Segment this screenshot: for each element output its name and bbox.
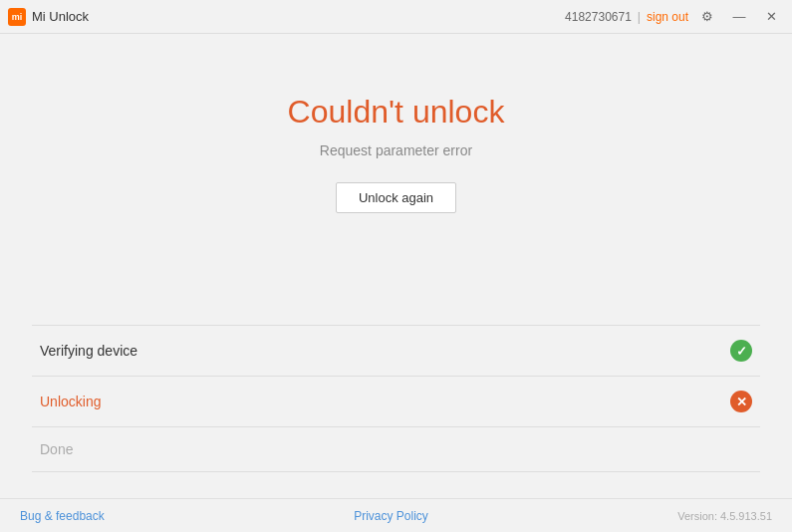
step-label-verifying: Verifying device <box>40 343 137 359</box>
account-id: 4182730671 <box>565 10 632 24</box>
error-subtitle: Request parameter error <box>320 142 472 158</box>
close-button[interactable]: ✕ <box>758 4 784 30</box>
sign-out-link[interactable]: sign out <box>647 10 688 24</box>
privacy-link[interactable]: Privacy Policy <box>354 509 428 523</box>
error-title: Couldn't unlock <box>288 94 505 131</box>
title-bar-right: 4182730671 | sign out ⚙ — ✕ <box>565 4 784 30</box>
step-error-icon-unlocking: ✕ <box>730 391 752 412</box>
step-success-icon-verifying: ✓ <box>730 340 752 362</box>
unlock-again-button[interactable]: Unlock again <box>336 182 456 213</box>
minimize-button[interactable]: — <box>726 4 752 30</box>
step-row-verifying: Verifying device ✓ <box>32 325 760 376</box>
step-row-done: Done <box>32 426 760 472</box>
steps-section: Verifying device ✓ Unlocking ✕ Done <box>32 325 760 472</box>
title-bar-left: mi Mi Unlock <box>8 8 89 26</box>
mi-logo-icon: mi <box>8 8 26 26</box>
version-label: Version: 4.5.913.51 <box>677 510 772 522</box>
settings-button[interactable]: ⚙ <box>694 4 720 30</box>
feedback-link[interactable]: Bug & feedback <box>20 509 105 523</box>
title-bar: mi Mi Unlock 4182730671 | sign out ⚙ — ✕ <box>0 0 792 34</box>
footer: Bug & feedback Privacy Policy Version: 4… <box>0 498 792 532</box>
step-row-unlocking: Unlocking ✕ <box>32 376 760 426</box>
step-label-done: Done <box>40 441 73 457</box>
app-title: Mi Unlock <box>32 9 89 24</box>
step-label-unlocking: Unlocking <box>40 394 101 409</box>
main-content: Couldn't unlock Request parameter error … <box>0 34 792 213</box>
